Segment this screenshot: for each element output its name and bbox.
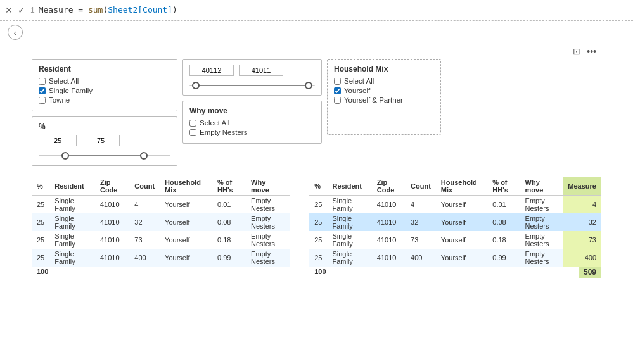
confirm-icon[interactable]: ✓ [18,5,25,15]
zip-max-input[interactable] [239,65,283,76]
household-yourself-partner-label: Yourself & Partner [344,96,403,104]
table1-col-count: Count [129,177,160,196]
table-row: 25 Single Family 41010 4 Yourself 0.01 E… [309,196,601,214]
household-filter-box: Household Mix Select All Yourself Yourse… [327,59,441,135]
table-row: 25 Single Family 41010 73 Yourself 0.18 … [309,231,601,249]
resident-select-all-row[interactable]: Select All [39,77,170,85]
table-row: 25 Single Family 41010 400 Yourself 0.99… [32,249,290,267]
resident-towne-checkbox[interactable] [39,97,46,104]
filter-boxes-row: Resident Select All Single Family Towne … [32,59,601,166]
zip-filter-box [182,59,322,96]
why-move-select-all-label: Select All [200,119,229,127]
why-move-title: Why move [189,106,315,115]
table2-total: 100 [309,267,331,278]
table-row: 25 Single Family 41010 32 Yourself 0.08 … [32,213,290,231]
formula-bar: ✕ ✓ 1 Measure = sum(Sheet2[Count]) [0,0,633,20]
resident-filter-title: Resident [39,65,170,73]
table-row: 25 Single Family 41010 73 Yourself 0.18 … [32,231,290,249]
table2-col-zipcode: Zip Code [372,177,406,196]
percent-range-inputs [39,135,170,146]
table2-col-resident: Resident [327,177,371,196]
percent-filter-title: % [39,122,170,131]
resident-select-all-checkbox[interactable] [39,78,46,85]
table2-totals-row: 100 509 [309,267,601,278]
why-move-empty-nesters-checkbox[interactable] [189,129,196,136]
formula-text: Measure = sum(Sheet2[Count]) [39,5,628,15]
top-icons-row: ⊡ ••• [32,46,601,56]
main-content: ⊡ ••• Resident Select All Single Family … [0,44,633,168]
table-row-highlighted: 25 Single Family 41010 32 Yourself 0.08 … [309,213,601,231]
household-yourself-checkbox[interactable] [334,87,341,94]
table-row: 25 Single Family 41010 4 Yourself 0.01 E… [32,196,290,214]
percent-min-input[interactable] [39,135,77,146]
zip-slider[interactable] [189,81,315,90]
household-yourself-row[interactable]: Yourself [334,87,434,94]
household-yourself-partner-row[interactable]: Yourself & Partner [334,96,434,104]
table1-col-household: Household Mix [160,177,212,196]
table2: % Resident Zip Code Count Household Mix … [309,177,601,267]
why-move-select-all-checkbox[interactable] [189,120,196,127]
table1-col-resident: Resident [49,177,95,196]
table1-container: % Resident Zip Code Count Household Mix … [32,177,290,278]
table1-total: 100 [32,267,290,277]
table2-col-measure: Measure [563,177,601,196]
household-select-all-checkbox[interactable] [334,78,341,85]
table2-col-household: Household Mix [436,177,487,196]
zip-slider-fill [196,85,309,86]
resident-single-family-checkbox[interactable] [39,87,46,94]
table2-measure-total: 509 [579,267,601,278]
cancel-icon[interactable]: ✕ [5,5,13,15]
why-move-filter-box: Why move Select All Empty Nesters [182,101,322,144]
line-number: 1 [30,6,35,15]
slider-fill [65,155,144,156]
table1-col-why-move: Why move [246,177,290,196]
household-filter-title: Household Mix [334,65,434,73]
table2-container: % Resident Zip Code Count Household Mix … [309,177,601,278]
why-move-empty-nesters-label: Empty Nesters [200,129,247,136]
why-move-select-all-row[interactable]: Select All [189,119,315,127]
slider-thumb-right[interactable] [140,152,148,160]
back-button[interactable]: ‹ [8,25,23,40]
more-options-icon[interactable]: ••• [587,46,596,56]
resident-single-family-row[interactable]: Single Family [39,87,170,94]
middle-filter-col: Why move Select All Empty Nesters [182,59,322,144]
table2-col-count: Count [406,177,436,196]
table-row: 25 Single Family 41010 400 Yourself 0.99… [309,249,601,267]
resident-towne-row[interactable]: Towne [39,96,170,104]
resident-single-family-label: Single Family [49,87,93,94]
resident-towne-label: Towne [49,96,70,104]
table1-col-percent: % [32,177,49,196]
expand-icon[interactable]: ⊡ [573,46,580,56]
table1: % Resident Zip Code Count Household Mix … [32,177,290,267]
table1-col-zipcode: Zip Code [95,177,129,196]
zip-slider-thumb-left[interactable] [192,82,200,89]
why-move-empty-nesters-row[interactable]: Empty Nesters [189,129,315,136]
slider-thumb-left[interactable] [61,152,69,160]
household-yourself-partner-checkbox[interactable] [334,97,341,104]
table2-col-why-move: Why move [520,177,563,196]
resident-filter-box: Resident Select All Single Family Towne [32,59,177,111]
household-select-all-row[interactable]: Select All [334,77,434,85]
zip-slider-thumb-right[interactable] [305,82,312,89]
percent-max-input[interactable] [82,135,120,146]
left-filter-col: Resident Select All Single Family Towne … [32,59,177,166]
percent-slider[interactable] [39,151,170,160]
household-yourself-label: Yourself [344,87,370,94]
table2-col-percent: % [309,177,327,196]
zip-min-input[interactable] [189,65,234,76]
resident-select-all-label: Select All [49,77,79,85]
table2-col-pct-hh: % of HH's [487,177,520,196]
toolbar-row: ‹ [0,21,633,44]
percent-filter-box: % [32,116,177,166]
zip-inputs-row [189,65,315,76]
back-icon: ‹ [14,28,16,37]
table1-col-pct-hh: % of HH's [212,177,246,196]
tables-section: % Resident Zip Code Count Household Mix … [0,177,633,278]
household-select-all-label: Select All [344,77,374,85]
